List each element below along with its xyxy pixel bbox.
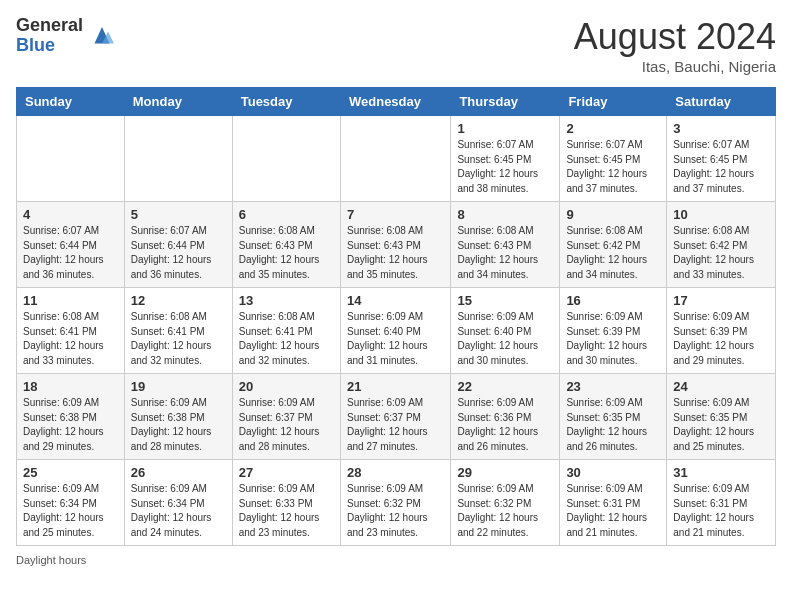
day-info: Sunrise: 6:09 AM Sunset: 6:36 PM Dayligh… [457, 396, 553, 454]
day-number: 18 [23, 379, 118, 394]
calendar-cell: 6Sunrise: 6:08 AM Sunset: 6:43 PM Daylig… [232, 202, 340, 288]
calendar-cell: 22Sunrise: 6:09 AM Sunset: 6:36 PM Dayli… [451, 374, 560, 460]
calendar-week-row: 11Sunrise: 6:08 AM Sunset: 6:41 PM Dayli… [17, 288, 776, 374]
day-number: 2 [566, 121, 660, 136]
calendar-cell: 1Sunrise: 6:07 AM Sunset: 6:45 PM Daylig… [451, 116, 560, 202]
day-info: Sunrise: 6:09 AM Sunset: 6:35 PM Dayligh… [566, 396, 660, 454]
title-area: August 2024 Itas, Bauchi, Nigeria [574, 16, 776, 75]
day-info: Sunrise: 6:09 AM Sunset: 6:40 PM Dayligh… [457, 310, 553, 368]
calendar-day-header: Wednesday [340, 88, 450, 116]
calendar-day-header: Thursday [451, 88, 560, 116]
calendar-day-header: Sunday [17, 88, 125, 116]
day-info: Sunrise: 6:07 AM Sunset: 6:45 PM Dayligh… [457, 138, 553, 196]
day-info: Sunrise: 6:08 AM Sunset: 6:42 PM Dayligh… [673, 224, 769, 282]
day-number: 8 [457, 207, 553, 222]
day-number: 26 [131, 465, 226, 480]
calendar-cell: 26Sunrise: 6:09 AM Sunset: 6:34 PM Dayli… [124, 460, 232, 546]
calendar-cell: 24Sunrise: 6:09 AM Sunset: 6:35 PM Dayli… [667, 374, 776, 460]
day-info: Sunrise: 6:08 AM Sunset: 6:43 PM Dayligh… [239, 224, 334, 282]
day-number: 15 [457, 293, 553, 308]
day-number: 31 [673, 465, 769, 480]
day-info: Sunrise: 6:09 AM Sunset: 6:31 PM Dayligh… [673, 482, 769, 540]
calendar-cell: 3Sunrise: 6:07 AM Sunset: 6:45 PM Daylig… [667, 116, 776, 202]
calendar-day-header: Friday [560, 88, 667, 116]
day-number: 7 [347, 207, 444, 222]
day-number: 6 [239, 207, 334, 222]
day-info: Sunrise: 6:07 AM Sunset: 6:44 PM Dayligh… [23, 224, 118, 282]
day-number: 28 [347, 465, 444, 480]
day-info: Sunrise: 6:08 AM Sunset: 6:43 PM Dayligh… [347, 224, 444, 282]
day-number: 1 [457, 121, 553, 136]
calendar-cell: 2Sunrise: 6:07 AM Sunset: 6:45 PM Daylig… [560, 116, 667, 202]
calendar-cell: 20Sunrise: 6:09 AM Sunset: 6:37 PM Dayli… [232, 374, 340, 460]
calendar-week-row: 25Sunrise: 6:09 AM Sunset: 6:34 PM Dayli… [17, 460, 776, 546]
day-info: Sunrise: 6:07 AM Sunset: 6:44 PM Dayligh… [131, 224, 226, 282]
day-info: Sunrise: 6:09 AM Sunset: 6:37 PM Dayligh… [239, 396, 334, 454]
calendar-day-header: Monday [124, 88, 232, 116]
day-info: Sunrise: 6:09 AM Sunset: 6:35 PM Dayligh… [673, 396, 769, 454]
day-number: 16 [566, 293, 660, 308]
logo-icon [87, 21, 117, 51]
day-number: 30 [566, 465, 660, 480]
calendar-cell: 23Sunrise: 6:09 AM Sunset: 6:35 PM Dayli… [560, 374, 667, 460]
calendar-header-row: SundayMondayTuesdayWednesdayThursdayFrid… [17, 88, 776, 116]
day-info: Sunrise: 6:07 AM Sunset: 6:45 PM Dayligh… [673, 138, 769, 196]
calendar-cell [340, 116, 450, 202]
day-number: 13 [239, 293, 334, 308]
day-number: 19 [131, 379, 226, 394]
calendar-cell: 19Sunrise: 6:09 AM Sunset: 6:38 PM Dayli… [124, 374, 232, 460]
calendar-cell: 14Sunrise: 6:09 AM Sunset: 6:40 PM Dayli… [340, 288, 450, 374]
calendar-cell: 9Sunrise: 6:08 AM Sunset: 6:42 PM Daylig… [560, 202, 667, 288]
location: Itas, Bauchi, Nigeria [574, 58, 776, 75]
calendar-cell: 5Sunrise: 6:07 AM Sunset: 6:44 PM Daylig… [124, 202, 232, 288]
day-number: 25 [23, 465, 118, 480]
calendar-cell [17, 116, 125, 202]
day-info: Sunrise: 6:09 AM Sunset: 6:31 PM Dayligh… [566, 482, 660, 540]
day-number: 21 [347, 379, 444, 394]
day-info: Sunrise: 6:09 AM Sunset: 6:33 PM Dayligh… [239, 482, 334, 540]
calendar-cell: 29Sunrise: 6:09 AM Sunset: 6:32 PM Dayli… [451, 460, 560, 546]
calendar-cell [232, 116, 340, 202]
day-info: Sunrise: 6:08 AM Sunset: 6:43 PM Dayligh… [457, 224, 553, 282]
calendar-cell: 30Sunrise: 6:09 AM Sunset: 6:31 PM Dayli… [560, 460, 667, 546]
calendar-week-row: 4Sunrise: 6:07 AM Sunset: 6:44 PM Daylig… [17, 202, 776, 288]
calendar-table: SundayMondayTuesdayWednesdayThursdayFrid… [16, 87, 776, 546]
calendar-day-header: Saturday [667, 88, 776, 116]
day-info: Sunrise: 6:09 AM Sunset: 6:32 PM Dayligh… [347, 482, 444, 540]
day-info: Sunrise: 6:07 AM Sunset: 6:45 PM Dayligh… [566, 138, 660, 196]
day-number: 23 [566, 379, 660, 394]
day-info: Sunrise: 6:09 AM Sunset: 6:34 PM Dayligh… [131, 482, 226, 540]
calendar-cell: 11Sunrise: 6:08 AM Sunset: 6:41 PM Dayli… [17, 288, 125, 374]
day-info: Sunrise: 6:09 AM Sunset: 6:38 PM Dayligh… [131, 396, 226, 454]
calendar-cell: 15Sunrise: 6:09 AM Sunset: 6:40 PM Dayli… [451, 288, 560, 374]
calendar-cell: 17Sunrise: 6:09 AM Sunset: 6:39 PM Dayli… [667, 288, 776, 374]
day-info: Sunrise: 6:08 AM Sunset: 6:41 PM Dayligh… [23, 310, 118, 368]
day-number: 10 [673, 207, 769, 222]
page-header: General Blue August 2024 Itas, Bauchi, N… [16, 16, 776, 75]
day-info: Sunrise: 6:09 AM Sunset: 6:39 PM Dayligh… [673, 310, 769, 368]
calendar-cell: 31Sunrise: 6:09 AM Sunset: 6:31 PM Dayli… [667, 460, 776, 546]
day-number: 27 [239, 465, 334, 480]
day-number: 22 [457, 379, 553, 394]
calendar-cell: 16Sunrise: 6:09 AM Sunset: 6:39 PM Dayli… [560, 288, 667, 374]
day-number: 20 [239, 379, 334, 394]
calendar-cell: 27Sunrise: 6:09 AM Sunset: 6:33 PM Dayli… [232, 460, 340, 546]
calendar-cell: 25Sunrise: 6:09 AM Sunset: 6:34 PM Dayli… [17, 460, 125, 546]
day-number: 17 [673, 293, 769, 308]
logo-general-text: General [16, 16, 83, 36]
logo: General Blue [16, 16, 117, 56]
calendar-week-row: 1Sunrise: 6:07 AM Sunset: 6:45 PM Daylig… [17, 116, 776, 202]
day-info: Sunrise: 6:09 AM Sunset: 6:37 PM Dayligh… [347, 396, 444, 454]
day-info: Sunrise: 6:08 AM Sunset: 6:41 PM Dayligh… [131, 310, 226, 368]
day-info: Sunrise: 6:09 AM Sunset: 6:32 PM Dayligh… [457, 482, 553, 540]
logo-blue-text: Blue [16, 36, 83, 56]
calendar-cell: 10Sunrise: 6:08 AM Sunset: 6:42 PM Dayli… [667, 202, 776, 288]
day-number: 4 [23, 207, 118, 222]
day-info: Sunrise: 6:08 AM Sunset: 6:41 PM Dayligh… [239, 310, 334, 368]
day-info: Sunrise: 6:09 AM Sunset: 6:39 PM Dayligh… [566, 310, 660, 368]
calendar-cell: 8Sunrise: 6:08 AM Sunset: 6:43 PM Daylig… [451, 202, 560, 288]
calendar-week-row: 18Sunrise: 6:09 AM Sunset: 6:38 PM Dayli… [17, 374, 776, 460]
day-number: 14 [347, 293, 444, 308]
calendar-cell [124, 116, 232, 202]
calendar-cell: 28Sunrise: 6:09 AM Sunset: 6:32 PM Dayli… [340, 460, 450, 546]
